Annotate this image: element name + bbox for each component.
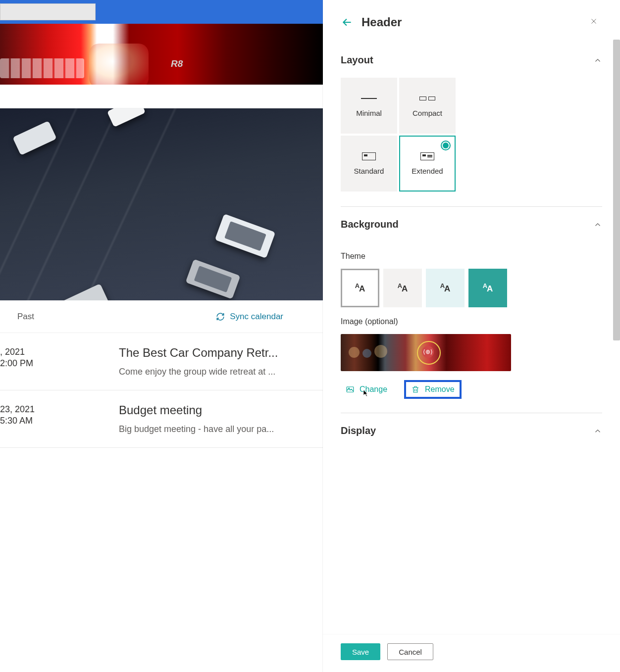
section-header-background[interactable]: Background — [341, 217, 602, 242]
aa-icon — [440, 282, 451, 294]
close-button[interactable] — [587, 15, 600, 30]
aa-icon — [398, 282, 408, 294]
aa-icon — [483, 282, 493, 294]
theme-swatch-neutral[interactable] — [383, 269, 422, 307]
close-icon — [589, 17, 598, 26]
section-title: Background — [341, 219, 399, 230]
section-title: Display — [341, 425, 376, 436]
picture-icon — [346, 385, 355, 394]
focal-point-icon[interactable]: ⟨⊕⟩ — [422, 346, 434, 358]
chevron-up-icon — [593, 427, 602, 435]
layout-label: Standard — [354, 167, 384, 175]
theme-options — [341, 269, 602, 307]
event-desc: Big budget meeting - have all your pa... — [119, 424, 313, 434]
section-background: Background Theme Image (optional) ⟨⊕⟩ Ch… — [341, 206, 602, 399]
spacer — [0, 85, 323, 108]
chevron-up-icon — [593, 56, 602, 65]
layout-option-compact[interactable]: Compact — [399, 78, 456, 134]
theme-swatch-soft[interactable] — [426, 269, 465, 307]
aa-icon — [355, 282, 365, 294]
event-title: The Best Car Company Retr... — [119, 346, 313, 360]
theme-swatch-strong[interactable] — [468, 269, 507, 307]
trash-icon — [411, 385, 420, 394]
event-date: 23, 2021 — [0, 403, 104, 416]
sync-calendar-button[interactable]: Sync calendar — [216, 312, 313, 322]
section-header-layout[interactable]: Layout — [341, 52, 602, 78]
top-bar — [0, 0, 323, 24]
layout-option-minimal[interactable]: Minimal — [341, 78, 397, 134]
event-title: Budget meeting — [119, 403, 313, 417]
layout-label: Minimal — [356, 109, 382, 117]
section-layout: Layout Minimal Compact Standard — [341, 52, 602, 192]
page-main: R8 Past Sync calendar , 2021 2:00 PM The… — [0, 0, 323, 672]
remove-label: Remove — [425, 385, 455, 394]
remove-image-button[interactable]: Remove — [404, 380, 462, 399]
section-display: Display — [341, 413, 602, 448]
event-date: , 2021 — [0, 346, 104, 358]
layout-label: Compact — [413, 109, 442, 117]
cancel-button[interactable]: Cancel — [387, 643, 433, 660]
layout-label: Extended — [412, 167, 443, 175]
event-row[interactable]: 23, 2021 5:30 AM Budget meeting Big budg… — [0, 390, 323, 448]
back-arrow-icon[interactable] — [341, 16, 354, 29]
event-time: 5:30 AM — [0, 416, 104, 426]
theme-swatch-light[interactable] — [341, 269, 379, 307]
sync-label: Sync calendar — [230, 312, 283, 322]
event-time: 2:00 PM — [0, 358, 104, 369]
header-settings-panel: Header Layout Minimal Compact — [323, 0, 620, 672]
layout-option-standard[interactable]: Standard — [341, 136, 397, 192]
panel-header: Header — [323, 0, 620, 41]
banner-badge-text: R8 — [171, 58, 183, 69]
svg-point-1 — [349, 388, 350, 389]
section-header-display[interactable]: Display — [341, 423, 602, 448]
events-tabs: Past Sync calendar — [0, 300, 323, 333]
image-preview[interactable]: ⟨⊕⟩ — [341, 334, 511, 371]
section-title: Layout — [341, 54, 373, 66]
sync-icon — [216, 312, 225, 321]
image-label: Image (optional) — [341, 317, 602, 326]
layout-option-extended[interactable]: Extended — [399, 136, 456, 192]
search-input[interactable] — [0, 3, 96, 20]
standard-icon — [362, 152, 376, 160]
extended-icon — [420, 152, 434, 160]
cursor-icon — [361, 389, 369, 398]
panel-footer: Save Cancel — [323, 634, 620, 672]
panel-title: Header — [362, 15, 402, 29]
event-row[interactable]: , 2021 2:00 PM The Best Car Company Retr… — [0, 333, 323, 390]
site-header-banner: R8 — [0, 24, 323, 85]
compact-icon — [419, 96, 435, 100]
hero-image — [0, 108, 323, 300]
save-button[interactable]: Save — [341, 643, 380, 660]
panel-body: Layout Minimal Compact Standard — [323, 41, 620, 634]
chevron-up-icon — [593, 220, 602, 229]
tab-past[interactable]: Past — [10, 312, 34, 322]
theme-label: Theme — [341, 252, 602, 261]
event-desc: Come enjoy the group wide retreat at ... — [119, 367, 313, 377]
minimal-icon — [361, 98, 377, 99]
